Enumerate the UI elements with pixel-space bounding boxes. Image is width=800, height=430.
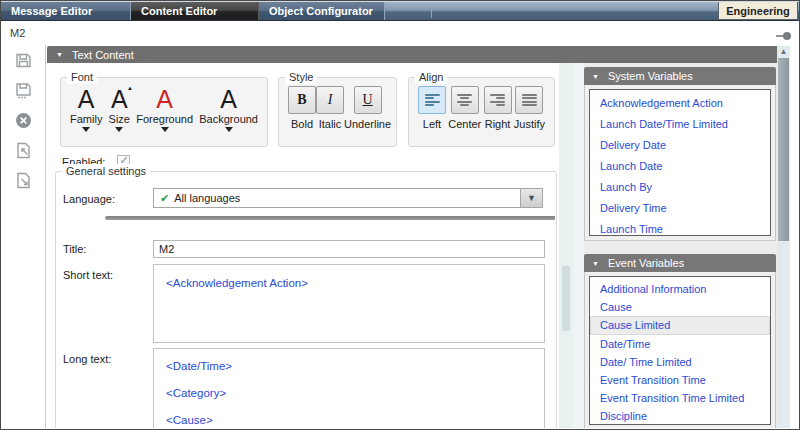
save-icon bbox=[14, 51, 33, 74]
align-center-label: Center bbox=[448, 118, 481, 130]
event-variables-title: Event Variables bbox=[608, 257, 684, 269]
event-variable-item[interactable]: Discipline bbox=[590, 407, 770, 425]
collapse-triangle-icon[interactable]: ▼ bbox=[592, 260, 599, 267]
foreground-color-icon: A bbox=[156, 86, 173, 112]
align-right-button[interactable]: Right bbox=[484, 86, 512, 130]
align-center-icon bbox=[457, 94, 472, 106]
long-text-line: <Date/Time> bbox=[166, 353, 538, 380]
font-size-button[interactable]: A ▲ Size bbox=[109, 86, 130, 132]
left-toolbar bbox=[1, 45, 46, 428]
short-text-value: <Acknowledgement Action> bbox=[166, 277, 308, 289]
align-justify-button[interactable]: Justify bbox=[514, 86, 545, 130]
style-group-label: Style bbox=[285, 70, 317, 84]
underline-button[interactable]: U Underline bbox=[344, 86, 391, 130]
export-icon bbox=[14, 171, 33, 194]
system-variables-list: Acknowledgement ActionLaunch Date/Time L… bbox=[589, 89, 771, 236]
event-variable-item[interactable]: Event Transition Time Limited bbox=[590, 389, 770, 407]
font-size-label: Size bbox=[109, 113, 130, 125]
top-tab-bar: Message Editor Content Editor Object Con… bbox=[1, 1, 799, 21]
cancel-button[interactable] bbox=[12, 111, 34, 133]
system-variable-item[interactable]: Launch Time bbox=[590, 219, 770, 236]
language-combobox[interactable]: ✔ All languages ▼ bbox=[153, 188, 543, 208]
event-variables-panel: Additional InformationCauseCause Limited… bbox=[584, 272, 776, 428]
tab-content-editor[interactable]: Content Editor bbox=[131, 2, 259, 20]
text-content-section: ▼ Text Content Font A Family A bbox=[47, 46, 779, 428]
align-right-label: Right bbox=[485, 118, 511, 130]
title-input[interactable]: M2 bbox=[153, 240, 545, 258]
italic-button[interactable]: I Italic bbox=[316, 86, 344, 130]
system-variable-item[interactable]: Launch Date/Time Limited bbox=[590, 114, 770, 135]
system-variable-item[interactable]: Delivery Time bbox=[590, 198, 770, 219]
short-text-input[interactable]: <Acknowledgement Action> bbox=[153, 264, 545, 343]
dropdown-caret-icon[interactable] bbox=[82, 127, 90, 132]
font-family-icon: A bbox=[78, 86, 95, 112]
event-variable-item[interactable]: Cause bbox=[590, 298, 770, 316]
bold-button[interactable]: B Bold bbox=[288, 86, 316, 130]
form-scrollbar[interactable] bbox=[559, 63, 573, 428]
general-settings-label: General settings bbox=[62, 164, 150, 178]
save-as-button[interactable] bbox=[12, 81, 34, 103]
italic-icon: I bbox=[328, 92, 333, 108]
import-icon bbox=[14, 141, 33, 164]
background-label: Background bbox=[199, 113, 258, 125]
size-caret-icon: ▲ bbox=[127, 85, 133, 91]
collapse-triangle-icon[interactable]: ▼ bbox=[56, 51, 63, 58]
long-text-line: <Cause> bbox=[166, 407, 538, 428]
system-variables-header[interactable]: ▼ System Variables bbox=[584, 67, 776, 85]
background-color-button[interactable]: A Background bbox=[199, 86, 258, 132]
event-variable-item[interactable]: Date/Time bbox=[590, 335, 770, 353]
foreground-color-button[interactable]: A Foreground bbox=[136, 86, 193, 132]
import-button[interactable] bbox=[12, 141, 34, 163]
form-area: Font A Family A ▲ Size bbox=[47, 63, 559, 428]
align-right-icon bbox=[490, 94, 505, 106]
event-variable-item[interactable]: Cause Limited bbox=[590, 316, 770, 334]
export-button[interactable] bbox=[12, 171, 34, 193]
bold-icon: B bbox=[297, 92, 306, 108]
save-button[interactable] bbox=[12, 51, 34, 73]
short-text-label: Short text: bbox=[63, 269, 113, 281]
event-variable-item[interactable]: Date/ Time Limited bbox=[590, 353, 770, 371]
dropdown-caret-icon[interactable] bbox=[115, 127, 123, 132]
text-content-header[interactable]: ▼ Text Content bbox=[47, 46, 779, 63]
dropdown-caret-icon[interactable] bbox=[161, 127, 169, 132]
panel-gap bbox=[573, 63, 584, 428]
scroll-up-arrow-icon[interactable]: ▲ bbox=[777, 46, 790, 58]
system-variable-item[interactable]: Launch By bbox=[590, 177, 770, 198]
variables-column: ▼ System Variables Acknowledgement Actio… bbox=[584, 63, 779, 428]
font-size-icon: A bbox=[111, 86, 128, 112]
language-label: Language: bbox=[63, 193, 115, 205]
align-left-label: Left bbox=[423, 118, 441, 130]
bold-label: Bold bbox=[291, 118, 313, 130]
language-check-icon: ✔ bbox=[160, 192, 169, 205]
main-scrollbar-thumb[interactable] bbox=[778, 58, 789, 241]
long-text-input[interactable]: <Date/Time><Category><Cause> bbox=[153, 348, 545, 428]
background-color-icon: A bbox=[220, 86, 237, 112]
system-variable-item[interactable]: Launch Date bbox=[590, 156, 770, 177]
system-variable-item[interactable]: Acknowledgement Action bbox=[590, 93, 770, 114]
event-variable-item[interactable]: Additional Information bbox=[590, 280, 770, 298]
general-settings-group: General settings Language: ✔ All languag… bbox=[55, 171, 557, 428]
system-variable-item[interactable]: Delivery Date bbox=[590, 135, 770, 156]
dropdown-caret-icon[interactable] bbox=[225, 127, 233, 132]
tab-object-configurator[interactable]: Object Configurator bbox=[259, 2, 385, 20]
section-title: Text Content bbox=[72, 49, 134, 61]
dropdown-arrow-icon: ▼ bbox=[527, 194, 536, 203]
collapse-triangle-icon[interactable]: ▼ bbox=[592, 73, 599, 80]
main-scrollbar[interactable]: ▲ bbox=[777, 46, 790, 428]
title-label: Title: bbox=[63, 243, 86, 255]
system-variables-panel: Acknowledgement ActionLaunch Date/Time L… bbox=[584, 85, 776, 241]
pin-icon[interactable] bbox=[776, 32, 791, 40]
language-dropdown-button[interactable]: ▼ bbox=[520, 189, 542, 207]
align-left-icon bbox=[425, 94, 440, 106]
tab-engineering[interactable]: Engineering bbox=[718, 2, 798, 20]
font-family-button[interactable]: A Family bbox=[70, 86, 102, 132]
event-variables-header[interactable]: ▼ Event Variables bbox=[584, 254, 776, 272]
form-scrollbar-thumb[interactable] bbox=[562, 266, 570, 331]
align-left-button[interactable]: Left bbox=[418, 86, 446, 130]
underline-icon: U bbox=[362, 92, 372, 108]
event-variable-item[interactable]: Event Transition Time bbox=[590, 371, 770, 389]
align-center-button[interactable]: Center bbox=[448, 86, 481, 130]
language-value: All languages bbox=[174, 192, 520, 204]
tab-message-editor[interactable]: Message Editor bbox=[1, 2, 131, 20]
long-text-line: <Category> bbox=[166, 380, 538, 407]
